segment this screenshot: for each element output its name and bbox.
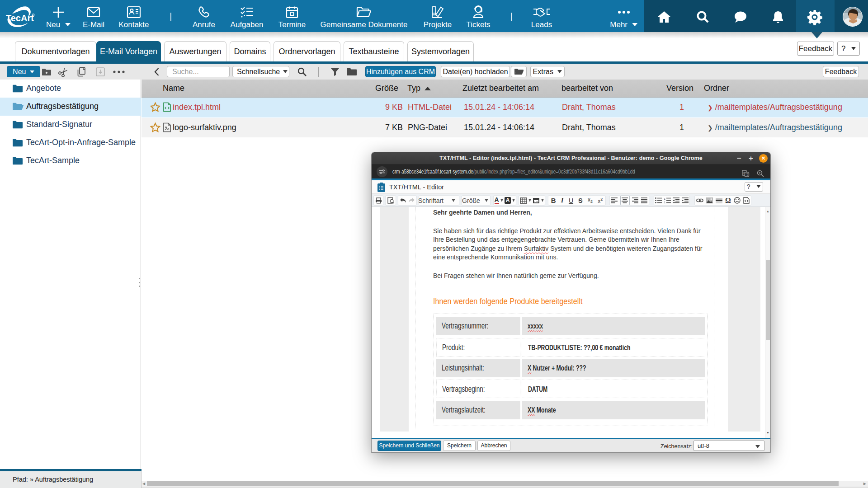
svg-text:TecArt: TecArt <box>6 13 34 23</box>
svg-text:G: G <box>743 172 745 175</box>
svg-text:2.: 2. <box>664 201 666 204</box>
svg-text:文: 文 <box>746 173 749 176</box>
svg-text:R: R <box>33 14 34 16</box>
svg-text:1.: 1. <box>664 197 666 200</box>
